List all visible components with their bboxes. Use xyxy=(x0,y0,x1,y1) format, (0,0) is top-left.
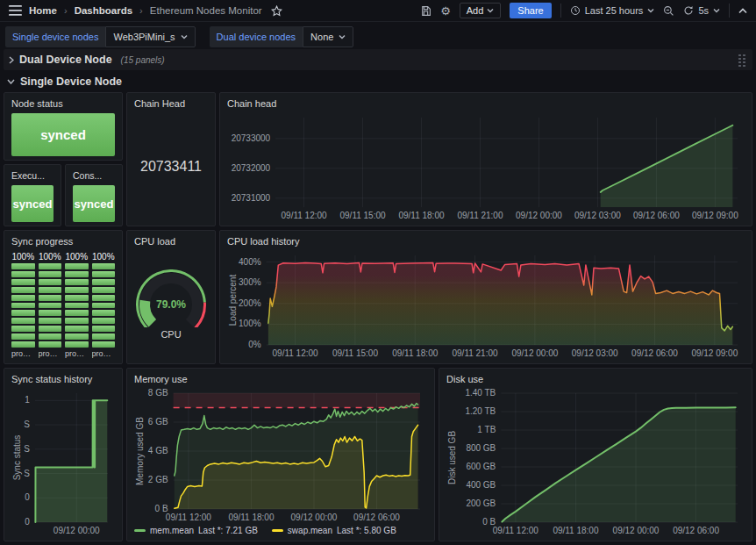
legend-item[interactable]: swap.meanLast *: 5.80 GB xyxy=(272,526,396,535)
row-dual-device-node[interactable]: Dual Device Node (15 panels) xyxy=(4,49,752,70)
chevron-down-icon xyxy=(339,34,346,39)
chevron-down-icon xyxy=(713,8,720,13)
panel-disk-use: Disk use 0 B200 GB400 GB600 GB800 GB1 TB… xyxy=(439,368,752,541)
drag-handle-icon[interactable] xyxy=(738,54,747,67)
svg-text:S: S xyxy=(24,469,30,478)
dashboard-variables: Single device nodes Web3PiMini_s Dual de… xyxy=(5,26,353,47)
cpu-load-history-chart[interactable]: 0%100%200%300%400%09/11 12:0009/11 15:00… xyxy=(227,248,745,360)
refresh-icon[interactable] xyxy=(683,5,694,16)
panel-cpu-load-history: CPU load history 0%100%200%300%400%09/11… xyxy=(219,230,752,364)
breadcrumb-dashboards[interactable]: Dashboards xyxy=(75,5,132,16)
star-icon[interactable] xyxy=(271,5,282,17)
variable-label: Dual device nodes xyxy=(210,26,303,47)
disk-use-chart[interactable]: 0 B200 GB400 GB600 GB800 GB1 TB1.20 TB1.… xyxy=(446,386,745,537)
svg-text:09/11 18:00: 09/11 18:00 xyxy=(392,348,439,358)
svg-text:09/12 06:00: 09/12 06:00 xyxy=(353,513,400,522)
svg-text:09/11 18:00: 09/11 18:00 xyxy=(228,513,275,522)
breadcrumb-home[interactable]: Home xyxy=(29,5,57,16)
panel-title: Memory use xyxy=(134,373,427,386)
svg-text:Sync status: Sync status xyxy=(12,435,22,481)
row-title: Dual Device Node xyxy=(19,54,112,66)
variable-value-dropdown[interactable]: Web3PiMini_s xyxy=(105,26,195,47)
toolbar-divider xyxy=(729,4,730,18)
svg-text:79.0%: 79.0% xyxy=(156,298,186,311)
svg-text:09/12 00:00: 09/12 00:00 xyxy=(511,348,558,358)
svg-text:09/12 09:00: 09/12 09:00 xyxy=(691,348,738,358)
panel-node-status: Node status synced xyxy=(4,92,123,161)
svg-text:09/11 21:00: 09/11 21:00 xyxy=(457,211,503,220)
panel-chain-head-stat: Chain Head 20733411 xyxy=(126,92,216,226)
refresh-picker[interactable]: 5s xyxy=(683,5,720,16)
svg-text:09/11 12:00: 09/11 12:00 xyxy=(493,526,539,535)
svg-text:2 GB: 2 GB xyxy=(148,475,168,484)
menu-icon[interactable] xyxy=(9,5,22,16)
chevron-down-icon xyxy=(487,8,494,13)
chain-head-value: 20733411 xyxy=(134,111,208,222)
variable-dual-device-nodes: Dual device nodes None xyxy=(210,26,354,47)
svg-text:09/12 00:00: 09/12 00:00 xyxy=(613,526,660,535)
zoom-out-icon[interactable] xyxy=(663,5,674,17)
svg-text:09/12 06:00: 09/12 06:00 xyxy=(631,348,678,358)
settings-icon[interactable]: ⚙ xyxy=(440,4,451,18)
svg-text:09/11 12:00: 09/11 12:00 xyxy=(273,348,319,358)
panel-title: Chain Head xyxy=(134,97,208,111)
svg-text:0: 0 xyxy=(25,517,30,527)
svg-text:1.20 TB: 1.20 TB xyxy=(465,406,496,416)
panel-title: Node status xyxy=(11,97,115,111)
save-icon[interactable] xyxy=(420,5,431,17)
panel-chain-head-graph: Chain head 20731000207320002073300009/11… xyxy=(219,92,752,226)
consensus-status-value: synced xyxy=(73,185,115,222)
svg-text:Disk used GB: Disk used GB xyxy=(447,431,457,484)
row-single-device-node[interactable]: Single Device Node xyxy=(7,74,122,90)
svg-text:1: 1 xyxy=(25,395,30,405)
sync-status-history-chart[interactable]: 1SSS0009/12 00:00Sync status xyxy=(11,386,115,537)
panel-title: Execu... xyxy=(11,169,53,183)
svg-text:0: 0 xyxy=(25,492,30,502)
refresh-interval-label: 5s xyxy=(698,5,709,16)
svg-text:09/12 03:00: 09/12 03:00 xyxy=(572,348,618,358)
row-title: Single Device Node xyxy=(20,75,122,88)
svg-text:09/11 12:00: 09/11 12:00 xyxy=(166,513,212,522)
cpu-gauge-label: CPU xyxy=(160,329,181,340)
svg-text:800 GB: 800 GB xyxy=(466,443,496,453)
cpu-gauge-chart: 79.0% xyxy=(133,269,209,327)
variable-single-device-nodes: Single device nodes Web3PiMini_s xyxy=(5,26,196,47)
panel-sync-status-history: Sync status history 1SSS0009/12 00:00Syn… xyxy=(4,368,123,541)
execution-status-value: synced xyxy=(11,185,53,222)
variable-label: Single device nodes xyxy=(5,26,105,47)
chevron-up-icon[interactable] xyxy=(738,8,747,14)
svg-text:20732000: 20732000 xyxy=(232,163,271,173)
svg-text:200%: 200% xyxy=(239,298,261,308)
clock-icon xyxy=(570,5,581,16)
add-button-label: Add xyxy=(467,5,484,16)
panel-sync-progress: Sync progress 100%progress100%progress10… xyxy=(4,230,123,364)
svg-text:200 GB: 200 GB xyxy=(466,498,496,508)
panel-title: Sync status history xyxy=(11,373,115,386)
svg-text:Memory used GB: Memory used GB xyxy=(135,417,145,485)
panel-title: CPU load history xyxy=(227,235,745,248)
toolbar-divider xyxy=(560,4,561,18)
svg-text:S: S xyxy=(24,420,30,429)
svg-text:S: S xyxy=(24,444,30,454)
svg-text:20731000: 20731000 xyxy=(232,193,271,203)
svg-text:09/11 15:00: 09/11 15:00 xyxy=(332,348,379,358)
time-range-picker[interactable]: Last 25 hours xyxy=(570,5,655,16)
memory-use-chart[interactable]: 0 B2 GB4 GB6 GB8 GB09/11 12:0009/11 18:0… xyxy=(134,386,427,524)
panel-title: CPU load xyxy=(134,235,208,248)
share-button[interactable]: Share xyxy=(510,3,551,18)
add-button[interactable]: Add xyxy=(460,3,502,18)
variable-value: None xyxy=(310,32,333,42)
svg-text:400 GB: 400 GB xyxy=(466,480,496,490)
bargauge-column: 100%progress xyxy=(39,252,62,360)
variable-value: Web3PiMini_s xyxy=(113,32,175,42)
svg-text:400%: 400% xyxy=(239,257,261,267)
variable-value-dropdown[interactable]: None xyxy=(303,26,353,47)
chain-head-chart[interactable]: 20731000207320002073300009/11 12:0009/11… xyxy=(227,111,745,222)
legend-item[interactable]: mem.meanLast *: 7.21 GB xyxy=(134,526,258,535)
svg-text:Load percent: Load percent xyxy=(228,275,238,326)
chevron-down-icon xyxy=(647,8,654,13)
breadcrumb-separator: › xyxy=(139,5,143,16)
svg-text:09/12 09:00: 09/12 09:00 xyxy=(692,211,738,220)
panel-title: Chain head xyxy=(227,97,745,111)
panel-title: Sync progress xyxy=(11,235,115,248)
